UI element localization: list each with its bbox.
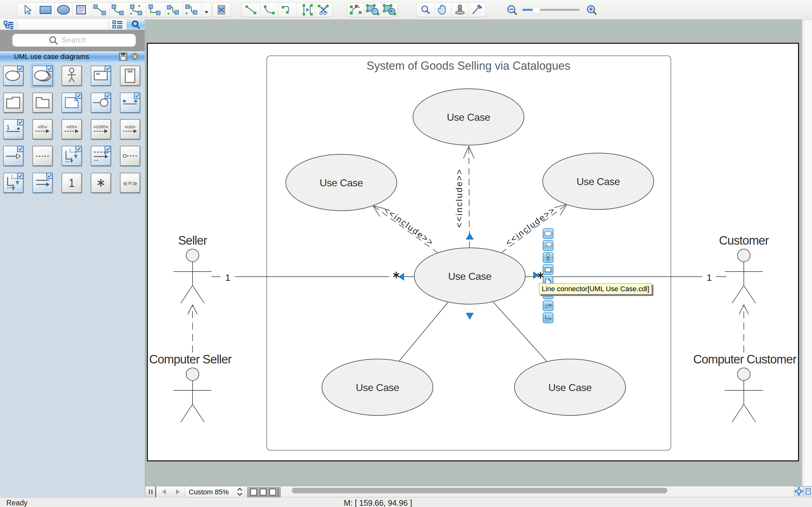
svg-text:1: 1 bbox=[6, 124, 10, 131]
svg-text:Computer Customer: Computer Customer bbox=[693, 353, 797, 366]
svg-text:Computer Seller: Computer Seller bbox=[149, 353, 232, 366]
svg-text:«us»: «us» bbox=[125, 124, 136, 129]
svg-text:System of Goods Selling via Ca: System of Goods Selling via Catalogues bbox=[367, 59, 570, 72]
svg-text:Search: Search bbox=[61, 36, 87, 44]
svg-text:Use Case: Use Case bbox=[356, 382, 399, 393]
svg-text:Seller: Seller bbox=[178, 234, 207, 247]
svg-text:UML use case diagrams: UML use case diagrams bbox=[14, 53, 89, 60]
svg-text:<<include>>: <<include>> bbox=[455, 168, 464, 228]
svg-text:1: 1 bbox=[225, 272, 231, 283]
svg-text:Use Case: Use Case bbox=[448, 271, 492, 282]
svg-text:Use Case: Use Case bbox=[320, 177, 363, 188]
svg-text:Use Case: Use Case bbox=[548, 382, 592, 393]
svg-text:1: 1 bbox=[68, 176, 75, 189]
svg-text:Use Case: Use Case bbox=[577, 176, 620, 187]
svg-text:«in»: «in» bbox=[38, 124, 47, 129]
svg-text:Customer: Customer bbox=[719, 234, 769, 247]
svg-text:«com»: «com» bbox=[93, 124, 108, 129]
svg-text:1: 1 bbox=[707, 272, 712, 283]
svg-text:«: « bbox=[123, 178, 128, 188]
svg-text:»: » bbox=[133, 178, 137, 188]
svg-text:Use Case: Use Case bbox=[447, 112, 490, 123]
svg-text:«ex»: «ex» bbox=[66, 124, 78, 129]
svg-text:<<include>>: <<include>> bbox=[382, 205, 436, 248]
